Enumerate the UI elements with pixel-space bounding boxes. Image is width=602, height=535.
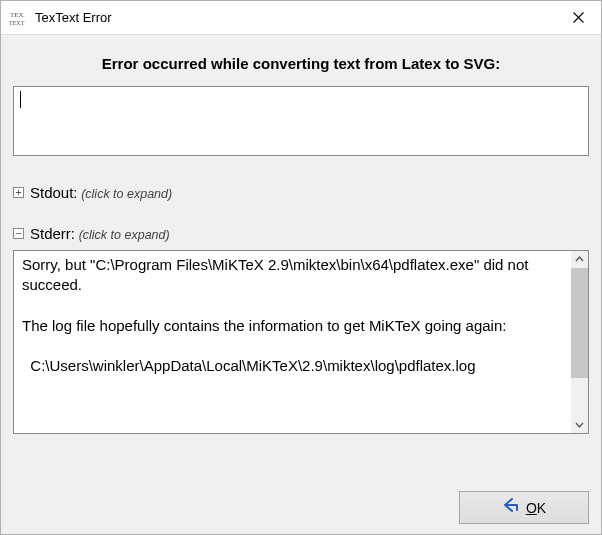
ok-icon xyxy=(502,498,522,517)
scroll-down-icon[interactable] xyxy=(571,416,588,433)
window-title: TexText Error xyxy=(35,10,555,25)
textext-icon: TEX TEXT xyxy=(9,9,27,27)
scroll-track[interactable] xyxy=(571,268,588,416)
stderr-label: Stderr: xyxy=(30,225,75,242)
stdout-hint: (click to expand) xyxy=(81,187,172,201)
scrollbar[interactable] xyxy=(571,251,588,433)
stdout-label: Stdout: xyxy=(30,184,78,201)
dialog-content: Error occurred while converting text fro… xyxy=(1,35,601,534)
stderr-expander[interactable]: − Stderr: (click to expand) xyxy=(13,225,589,242)
titlebar: TEX TEXT TexText Error xyxy=(1,1,601,35)
stdout-expander[interactable]: + Stdout: (click to expand) xyxy=(13,184,589,201)
error-heading: Error occurred while converting text fro… xyxy=(13,55,589,72)
dialog-footer: OK xyxy=(13,479,589,524)
stderr-hint: (click to expand) xyxy=(79,228,170,242)
scroll-thumb[interactable] xyxy=(571,268,588,378)
stderr-output-box: Sorry, but "C:\Program Files\MiKTeX 2.9\… xyxy=(13,250,589,434)
svg-text:TEXT: TEXT xyxy=(9,20,25,26)
expand-minus-icon[interactable]: − xyxy=(13,228,24,239)
ok-label: OK xyxy=(526,500,546,516)
scroll-up-icon[interactable] xyxy=(571,251,588,268)
close-button[interactable] xyxy=(555,1,601,35)
text-caret xyxy=(20,91,21,108)
stderr-content[interactable]: Sorry, but "C:\Program Files\MiKTeX 2.9\… xyxy=(14,251,571,433)
svg-text:TEX: TEX xyxy=(10,11,24,19)
ok-button[interactable]: OK xyxy=(459,491,589,524)
main-error-textbox[interactable] xyxy=(13,86,589,156)
expand-plus-icon[interactable]: + xyxy=(13,187,24,198)
